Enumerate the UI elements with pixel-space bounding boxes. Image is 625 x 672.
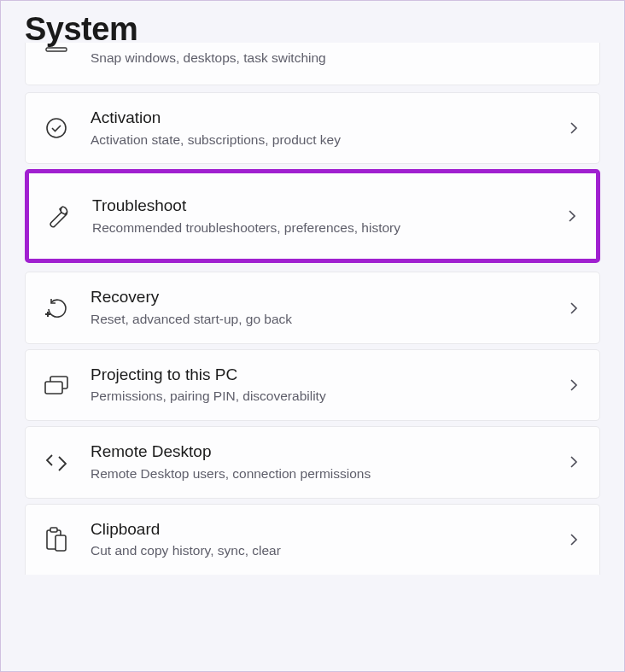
activation-icon bbox=[41, 113, 72, 143]
multitasking-icon bbox=[41, 39, 72, 70]
chevron-right-icon bbox=[565, 453, 582, 470]
item-title: Activation bbox=[91, 108, 565, 129]
svg-rect-3 bbox=[45, 382, 62, 394]
settings-item-troubleshoot[interactable]: Troubleshoot Recommended troubleshooters… bbox=[25, 169, 600, 263]
chevron-right-icon bbox=[565, 50, 582, 67]
troubleshoot-icon bbox=[43, 201, 73, 231]
item-text: Snap windows, desktops, task switching bbox=[91, 47, 565, 67]
remote-desktop-icon bbox=[41, 447, 72, 477]
settings-items-list: Snap windows, desktops, task switching A… bbox=[25, 43, 600, 575]
clipboard-icon bbox=[41, 524, 72, 555]
svg-point-1 bbox=[47, 119, 66, 137]
item-title: Clipboard bbox=[91, 519, 565, 541]
settings-item-clipboard[interactable]: Clipboard Cut and copy history, sync, cl… bbox=[25, 504, 600, 575]
item-subtitle: Permissions, pairing PIN, discoverabilit… bbox=[91, 387, 565, 406]
item-title: Remote Desktop bbox=[91, 441, 565, 463]
item-subtitle: Snap windows, desktops, task switching bbox=[91, 49, 565, 67]
chevron-right-icon bbox=[564, 207, 581, 225]
item-title: Recovery bbox=[91, 287, 565, 308]
item-title: Projecting to this PC bbox=[91, 365, 565, 386]
settings-item-remote-desktop[interactable]: Remote Desktop Remote Desktop users, con… bbox=[25, 426, 600, 498]
item-text: Activation Activation state, subscriptio… bbox=[91, 108, 565, 149]
projecting-icon bbox=[41, 370, 72, 400]
chevron-right-icon bbox=[565, 120, 582, 137]
item-text: Recovery Reset, advanced start-up, go ba… bbox=[91, 287, 565, 328]
item-subtitle: Cut and copy history, sync, clear bbox=[91, 541, 565, 560]
svg-rect-5 bbox=[50, 528, 57, 532]
item-text: Projecting to this PC Permissions, pairi… bbox=[91, 365, 565, 406]
item-subtitle: Recommended troubleshooters, preferences… bbox=[92, 219, 564, 237]
settings-item-recovery[interactable]: Recovery Reset, advanced start-up, go ba… bbox=[25, 272, 600, 343]
settings-item-activation[interactable]: Activation Activation state, subscriptio… bbox=[25, 92, 600, 164]
item-subtitle: Activation state, subscriptions, product… bbox=[91, 131, 565, 149]
item-text: Remote Desktop Remote Desktop users, con… bbox=[91, 441, 565, 482]
settings-item-projecting[interactable]: Projecting to this PC Permissions, pairi… bbox=[25, 349, 600, 421]
item-text: Clipboard Cut and copy history, sync, cl… bbox=[91, 519, 565, 560]
item-text: Troubleshoot Recommended troubleshooters… bbox=[92, 196, 564, 237]
chevron-right-icon bbox=[565, 531, 582, 548]
chevron-right-icon bbox=[565, 377, 582, 394]
svg-rect-0 bbox=[46, 48, 67, 51]
settings-item-multitasking[interactable]: Snap windows, desktops, task switching bbox=[25, 43, 600, 85]
item-title: Troubleshoot bbox=[92, 196, 564, 217]
recovery-icon bbox=[41, 293, 72, 324]
svg-rect-6 bbox=[55, 535, 66, 551]
item-subtitle: Reset, advanced start-up, go back bbox=[91, 310, 565, 329]
item-subtitle: Remote Desktop users, connection permiss… bbox=[91, 465, 565, 483]
chevron-right-icon bbox=[565, 300, 582, 317]
